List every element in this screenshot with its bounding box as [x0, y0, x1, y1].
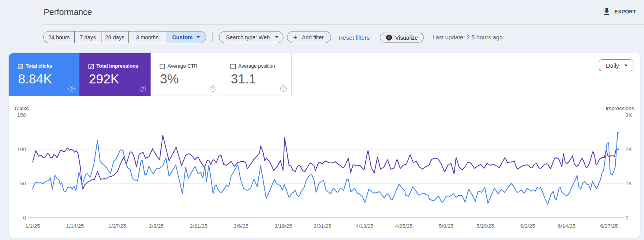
svg-text:2K: 2K: [626, 146, 632, 152]
svg-text:50: 50: [20, 181, 26, 186]
svg-text:6/2/25: 6/2/25: [520, 223, 535, 229]
svg-text:6/14/25: 6/14/25: [558, 223, 576, 229]
svg-text:6/27/25: 6/27/25: [600, 223, 618, 229]
svg-text:3/19/25: 3/19/25: [274, 223, 292, 229]
svg-text:4/13/25: 4/13/25: [356, 223, 374, 229]
svg-text:5/8/25: 5/8/25: [439, 223, 454, 229]
svg-text:1/27/25: 1/27/25: [109, 223, 126, 229]
svg-text:150: 150: [17, 112, 26, 118]
svg-text:1/1/25: 1/1/25: [25, 223, 40, 229]
svg-text:Clicks: Clicks: [15, 105, 29, 111]
svg-text:100: 100: [17, 146, 26, 152]
svg-text:2/8/25: 2/8/25: [149, 223, 164, 229]
svg-text:2/21/25: 2/21/25: [190, 223, 208, 229]
svg-text:3/31/25: 3/31/25: [313, 223, 331, 229]
svg-text:0: 0: [626, 215, 629, 221]
svg-text:3K: 3K: [626, 112, 632, 118]
svg-text:0: 0: [23, 215, 26, 221]
svg-text:5/20/25: 5/20/25: [477, 223, 494, 229]
svg-text:3/6/25: 3/6/25: [234, 223, 248, 229]
svg-text:Impressions: Impressions: [605, 105, 634, 111]
svg-text:1K: 1K: [626, 181, 632, 186]
svg-text:1/14/25: 1/14/25: [66, 223, 84, 229]
svg-text:4/25/25: 4/25/25: [395, 223, 413, 229]
